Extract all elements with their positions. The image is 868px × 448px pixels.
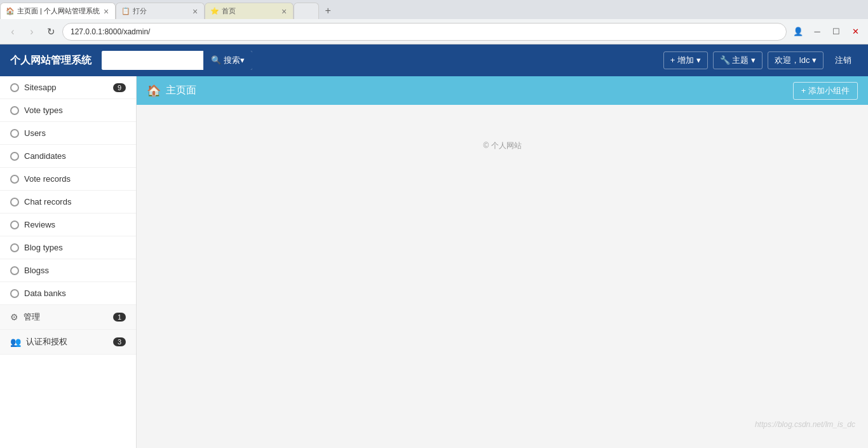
sidebar-item-chat-records[interactable]: Chat records (0, 191, 136, 214)
users-label: Users (24, 128, 46, 138)
sidebar-item-blog-types[interactable]: Blog types (0, 236, 136, 259)
tab-2-icon: 📋 (121, 7, 130, 15)
vote-types-label: Vote types (24, 105, 63, 115)
header-right: + 增加 ▾ 🔧 主题 ▾ 欢迎，ldc ▾ 注销 (663, 51, 858, 69)
tab-1-close[interactable]: × (102, 7, 110, 16)
footer-text: © 个人网站 (483, 141, 521, 150)
users-circle-icon (10, 129, 19, 138)
auth-badge: 3 (113, 337, 126, 346)
blog-types-label: Blog types (24, 243, 63, 252)
back-button[interactable]: ‹ (5, 24, 20, 39)
data-banks-circle-icon (10, 289, 19, 298)
sidebar-item-auth[interactable]: 👥 认证和授权 3 (0, 330, 136, 355)
browser-tab-2[interactable]: 📋 打分 × (116, 3, 205, 19)
browser-tab-1[interactable]: 🏠 主页面 | 个人网站管理系统 × (0, 3, 116, 19)
auth-label: 认证和授权 (26, 336, 67, 348)
candidates-circle-icon (10, 152, 19, 161)
forward-button[interactable]: › (24, 24, 39, 39)
data-banks-label: Data banks (24, 288, 66, 298)
tab-1-title: 主页面 | 个人网站管理系统 (17, 6, 100, 16)
app-body: Sitesapp 9 Vote types Users Candidates V… (0, 76, 868, 448)
sidebar-item-users[interactable]: Users (0, 122, 136, 145)
address-text: 127.0.0.1:8000/xadmin/ (71, 27, 150, 36)
candidates-label: Candidates (24, 151, 66, 161)
sitesapp-badge: 9 (113, 83, 126, 92)
add-button[interactable]: + 增加 ▾ (663, 51, 708, 69)
browser-tabs-bar: 🏠 主页面 | 个人网站管理系统 × 📋 打分 × ⭐ 首页 × + (0, 0, 868, 19)
reviews-label: Reviews (24, 220, 55, 229)
tab-3-close[interactable]: × (280, 7, 288, 16)
management-gear-icon: ⚙ (10, 312, 18, 322)
logout-button[interactable]: 注销 (829, 52, 858, 69)
app-header: 个人网站管理系统 🔍 搜索▾ + 增加 ▾ 🔧 主题 ▾ 欢迎，ldc ▾ 注销 (0, 44, 868, 76)
sitesapp-label: Sitesapp (24, 83, 57, 92)
search-button[interactable]: 🔍 搜索▾ (203, 51, 252, 70)
sidebar-item-vote-types[interactable]: Vote types (0, 99, 136, 122)
chat-records-circle-icon (10, 198, 19, 207)
vote-types-circle-icon (10, 106, 19, 115)
tab-2-close[interactable]: × (191, 7, 199, 16)
management-label: 管理 (24, 311, 40, 323)
sitesapp-circle-icon (10, 83, 19, 92)
profile-icon[interactable]: 👤 (790, 24, 806, 39)
welcome-button[interactable]: 欢迎，ldc ▾ (768, 51, 824, 69)
search-input[interactable] (102, 51, 203, 70)
refresh-button[interactable]: ↻ (43, 24, 58, 39)
content-area (137, 105, 868, 130)
blog-types-circle-icon (10, 243, 19, 252)
footer: © 个人网站 (137, 130, 868, 161)
sidebar-item-blogss[interactable]: Blogss (0, 259, 136, 282)
sidebar-item-sitesapp[interactable]: Sitesapp 9 (0, 76, 136, 99)
tab-2-title: 打分 (133, 6, 189, 16)
sidebar: Sitesapp 9 Vote types Users Candidates V… (0, 76, 137, 448)
sidebar-item-data-banks[interactable]: Data banks (0, 282, 136, 305)
chat-records-label: Chat records (24, 197, 71, 207)
minimize-button[interactable]: ─ (810, 24, 825, 39)
restore-button[interactable]: ☐ (829, 24, 844, 39)
tab-3-icon: ⭐ (210, 7, 219, 15)
main-content: 🏠 主页面 + 添加小组件 © 个人网站 (137, 76, 868, 448)
address-bar[interactable]: 127.0.0.1:8000/xadmin/ (62, 23, 787, 41)
search-bar: 🔍 搜索▾ (102, 51, 252, 70)
blogss-label: Blogss (24, 266, 49, 275)
add-widget-button[interactable]: + 添加小组件 (793, 82, 858, 100)
management-badge: 1 (113, 313, 126, 322)
sidebar-item-vote-records[interactable]: Vote records (0, 168, 136, 191)
browser-actions: 👤 ─ ☐ ✕ (790, 24, 863, 39)
sidebar-item-management[interactable]: ⚙ 管理 1 (0, 305, 136, 330)
browser-controls-bar: ‹ › ↻ 127.0.0.1:8000/xadmin/ 👤 ─ ☐ ✕ (0, 19, 868, 44)
blogss-circle-icon (10, 266, 19, 275)
vote-records-label: Vote records (24, 174, 71, 184)
browser-chrome: 🏠 主页面 | 个人网站管理系统 × 📋 打分 × ⭐ 首页 × + ‹ › ↻… (0, 0, 868, 44)
tab-1-icon: 🏠 (6, 7, 15, 15)
new-tab-button[interactable]: + (319, 3, 337, 19)
theme-button[interactable]: 🔧 主题 ▾ (713, 51, 763, 69)
page-header: 🏠 主页面 + 添加小组件 (137, 76, 868, 105)
vote-records-circle-icon (10, 175, 19, 184)
sidebar-item-candidates[interactable]: Candidates (0, 145, 136, 168)
browser-tab-3[interactable]: ⭐ 首页 × (205, 3, 294, 19)
close-button[interactable]: ✕ (848, 24, 863, 39)
page-title: 主页面 (166, 84, 196, 97)
auth-group-icon: 👥 (10, 337, 21, 347)
tab-3-title: 首页 (222, 6, 278, 16)
page-header-icon: 🏠 (147, 84, 161, 98)
browser-tab-4[interactable] (294, 3, 319, 19)
sidebar-item-reviews[interactable]: Reviews (0, 214, 136, 236)
reviews-circle-icon (10, 221, 19, 229)
app-title: 个人网站管理系统 (10, 54, 92, 67)
